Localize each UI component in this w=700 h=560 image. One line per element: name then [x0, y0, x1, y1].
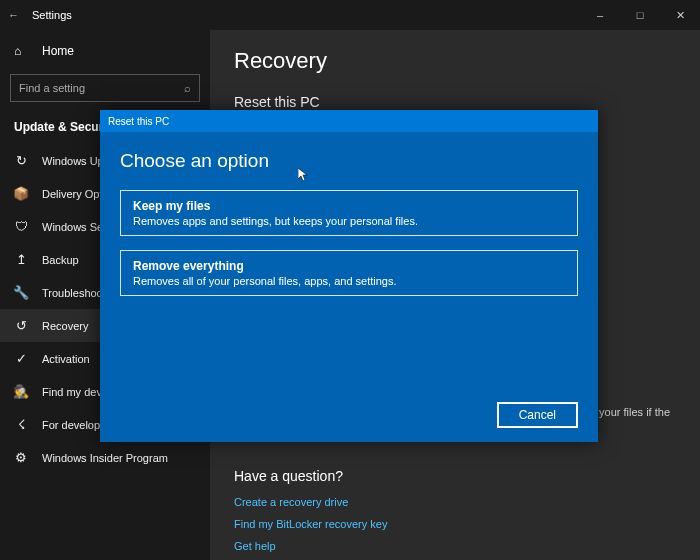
sidebar-item-label: Windows Insider Program [42, 452, 168, 464]
link-get-help[interactable]: Get help [234, 540, 676, 552]
option-desc: Removes apps and settings, but keeps you… [133, 215, 565, 227]
link-find-bitlocker-key[interactable]: Find my BitLocker recovery key [234, 518, 676, 530]
wrench-icon: 🔧 [14, 285, 28, 300]
sidebar-item-label: Backup [42, 254, 79, 266]
link-create-recovery-drive[interactable]: Create a recovery drive [234, 496, 676, 508]
page-heading: Recovery [234, 48, 676, 74]
recovery-icon: ↺ [14, 318, 28, 333]
reset-pc-dialog: Reset this PC Choose an option Keep my f… [100, 110, 598, 442]
option-title: Keep my files [133, 199, 565, 213]
search-placeholder: Find a setting [19, 82, 85, 94]
window-titlebar: ← Settings – □ ✕ [0, 0, 700, 30]
option-keep-my-files[interactable]: Keep my files Removes apps and settings,… [120, 190, 578, 236]
window-controls: – □ ✕ [580, 0, 700, 30]
sidebar-item-label: Recovery [42, 320, 88, 332]
back-icon[interactable]: ← [8, 9, 32, 21]
sidebar-home[interactable]: ⌂ Home [0, 36, 210, 66]
cancel-button[interactable]: Cancel [497, 402, 578, 428]
page-subheading: Reset this PC [234, 94, 676, 110]
option-title: Remove everything [133, 259, 565, 273]
option-remove-everything[interactable]: Remove everything Removes all of your pe… [120, 250, 578, 296]
sync-icon: ↻ [14, 153, 28, 168]
dialog-heading: Choose an option [120, 150, 578, 172]
code-icon: ☇ [14, 417, 28, 432]
sidebar-item-windows-insider[interactable]: ⚙ Windows Insider Program [0, 441, 210, 474]
home-label: Home [42, 44, 74, 58]
delivery-icon: 📦 [14, 186, 28, 201]
maximize-button[interactable]: □ [620, 0, 660, 30]
backup-note-tail: your files if the [599, 406, 670, 418]
minimize-button[interactable]: – [580, 0, 620, 30]
sidebar-item-label: Troubleshoot [42, 287, 106, 299]
window-title: Settings [32, 9, 580, 21]
close-button[interactable]: ✕ [660, 0, 700, 30]
home-icon: ⌂ [14, 44, 28, 58]
check-icon: ✓ [14, 351, 28, 366]
option-desc: Removes all of your personal files, apps… [133, 275, 565, 287]
sidebar-item-label: Activation [42, 353, 90, 365]
question-heading: Have a question? [234, 468, 676, 484]
insider-icon: ⚙ [14, 450, 28, 465]
backup-icon: ↥ [14, 252, 28, 267]
dialog-title: Reset this PC [108, 116, 169, 127]
search-icon: ⌕ [184, 82, 191, 94]
dialog-titlebar: Reset this PC [100, 110, 598, 132]
location-icon: 🕵 [14, 384, 28, 399]
shield-icon: 🛡 [14, 219, 28, 234]
search-input[interactable]: Find a setting ⌕ [10, 74, 200, 102]
